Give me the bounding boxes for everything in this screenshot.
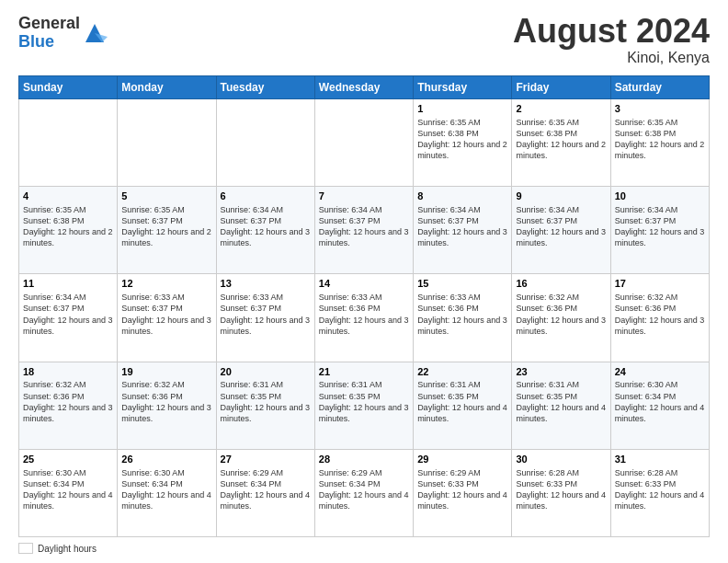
day-number: 22 [417, 365, 507, 379]
month-year: August 2024 [513, 15, 710, 48]
calendar-day: 25Sunrise: 6:30 AMSunset: 6:34 PMDayligh… [19, 449, 118, 536]
day-info: Daylight: 12 hours and 3 minutes. [121, 315, 211, 337]
day-info: Daylight: 12 hours and 2 minutes. [615, 139, 705, 161]
calendar-day [118, 99, 216, 187]
col-wednesday: Wednesday [314, 76, 413, 99]
logo-general: General [18, 15, 80, 33]
col-tuesday: Tuesday [216, 76, 314, 99]
calendar-table: Sunday Monday Tuesday Wednesday Thursday… [18, 75, 710, 537]
calendar-day: 20Sunrise: 6:31 AMSunset: 6:35 PMDayligh… [216, 362, 314, 449]
day-info: Sunrise: 6:34 AM [221, 204, 311, 215]
day-number: 29 [417, 453, 507, 466]
calendar-day [216, 99, 314, 187]
calendar-day: 2Sunrise: 6:35 AMSunset: 6:38 PMDaylight… [512, 99, 610, 187]
day-info: Sunset: 6:33 PM [516, 478, 606, 489]
page: General Blue August 2024 Kinoi, Kenya Su… [0, 0, 728, 563]
day-number: 25 [23, 453, 113, 466]
calendar-day: 4Sunrise: 6:35 AMSunset: 6:38 PMDaylight… [19, 187, 118, 274]
day-info: Sunset: 6:38 PM [417, 128, 507, 139]
calendar-body: 1Sunrise: 6:35 AMSunset: 6:38 PMDaylight… [19, 99, 710, 537]
day-number: 6 [221, 190, 311, 203]
day-info: Daylight: 12 hours and 4 minutes. [319, 489, 409, 511]
calendar-day: 10Sunrise: 6:34 AMSunset: 6:37 PMDayligh… [610, 187, 709, 274]
calendar-week-row: 4Sunrise: 6:35 AMSunset: 6:38 PMDaylight… [19, 187, 710, 274]
day-info: Sunrise: 6:30 AM [615, 379, 705, 390]
calendar-day: 17Sunrise: 6:32 AMSunset: 6:36 PMDayligh… [610, 274, 709, 362]
calendar-day: 11Sunrise: 6:34 AMSunset: 6:37 PMDayligh… [19, 274, 118, 362]
day-info: Daylight: 12 hours and 4 minutes. [615, 402, 705, 424]
col-friday: Friday [512, 76, 610, 99]
day-info: Daylight: 12 hours and 3 minutes. [516, 226, 606, 248]
day-info: Daylight: 12 hours and 3 minutes. [319, 315, 409, 337]
day-info: Sunset: 6:35 PM [516, 391, 606, 402]
day-info: Sunrise: 6:34 AM [417, 204, 507, 215]
calendar-week-row: 18Sunrise: 6:32 AMSunset: 6:36 PMDayligh… [19, 362, 710, 449]
day-info: Sunrise: 6:33 AM [319, 292, 409, 303]
day-number: 27 [221, 453, 311, 466]
day-info: Sunset: 6:34 PM [221, 478, 311, 489]
day-number: 16 [516, 277, 606, 291]
day-info: Sunrise: 6:31 AM [319, 379, 409, 390]
day-info: Sunset: 6:36 PM [417, 303, 507, 314]
day-info: Sunset: 6:34 PM [121, 478, 211, 489]
day-info: Sunset: 6:36 PM [615, 303, 705, 314]
day-info: Daylight: 12 hours and 3 minutes. [615, 226, 705, 248]
day-info: Sunset: 6:34 PM [23, 478, 113, 489]
day-info: Daylight: 12 hours and 4 minutes. [417, 402, 507, 424]
day-info: Sunrise: 6:32 AM [615, 292, 705, 303]
day-info: Daylight: 12 hours and 3 minutes. [23, 402, 113, 424]
day-info: Sunset: 6:35 PM [319, 391, 409, 402]
day-info: Sunrise: 6:28 AM [615, 467, 705, 478]
day-number: 18 [23, 365, 113, 379]
day-info: Sunset: 6:36 PM [23, 391, 113, 402]
col-monday: Monday [118, 76, 216, 99]
day-info: Sunset: 6:36 PM [319, 303, 409, 314]
day-info: Daylight: 12 hours and 3 minutes. [221, 315, 311, 337]
day-info: Sunrise: 6:32 AM [23, 379, 113, 390]
day-info: Sunrise: 6:34 AM [615, 204, 705, 215]
day-info: Sunset: 6:37 PM [615, 215, 705, 226]
calendar-day: 29Sunrise: 6:29 AMSunset: 6:33 PMDayligh… [414, 449, 512, 536]
day-info: Daylight: 12 hours and 4 minutes. [417, 489, 507, 511]
day-info: Sunrise: 6:31 AM [221, 379, 311, 390]
day-number: 13 [221, 277, 311, 291]
day-info: Sunset: 6:37 PM [319, 215, 409, 226]
day-info: Daylight: 12 hours and 2 minutes. [516, 139, 606, 161]
day-info: Daylight: 12 hours and 3 minutes. [319, 402, 409, 424]
calendar-day: 3Sunrise: 6:35 AMSunset: 6:38 PMDaylight… [610, 99, 709, 187]
day-number: 10 [615, 190, 705, 203]
day-number: 19 [121, 365, 211, 379]
day-info: Daylight: 12 hours and 2 minutes. [23, 226, 113, 248]
day-info: Daylight: 12 hours and 3 minutes. [121, 402, 211, 424]
day-info: Sunset: 6:35 PM [417, 391, 507, 402]
calendar-day: 19Sunrise: 6:32 AMSunset: 6:36 PMDayligh… [118, 362, 216, 449]
day-number: 5 [121, 190, 211, 203]
day-number: 17 [615, 277, 705, 291]
day-info: Daylight: 12 hours and 3 minutes. [417, 226, 507, 248]
day-info: Sunrise: 6:29 AM [221, 467, 311, 478]
day-info: Sunrise: 6:34 AM [516, 204, 606, 215]
calendar-day: 24Sunrise: 6:30 AMSunset: 6:34 PMDayligh… [610, 362, 709, 449]
day-info: Daylight: 12 hours and 3 minutes. [221, 226, 311, 248]
daylight-box [18, 543, 33, 554]
day-info: Daylight: 12 hours and 3 minutes. [516, 315, 606, 337]
calendar-day [314, 99, 413, 187]
day-number: 15 [417, 277, 507, 291]
day-info: Daylight: 12 hours and 3 minutes. [319, 226, 409, 248]
day-info: Sunrise: 6:31 AM [516, 379, 606, 390]
day-info: Daylight: 12 hours and 3 minutes. [221, 402, 311, 424]
calendar-day: 9Sunrise: 6:34 AMSunset: 6:37 PMDaylight… [512, 187, 610, 274]
day-info: Daylight: 12 hours and 3 minutes. [23, 315, 113, 337]
day-info: Sunrise: 6:33 AM [221, 292, 311, 303]
daylight-label: Daylight hours [38, 544, 97, 554]
day-number: 8 [417, 190, 507, 203]
day-number: 4 [23, 190, 113, 203]
day-info: Daylight: 12 hours and 3 minutes. [417, 315, 507, 337]
day-info: Sunset: 6:37 PM [221, 215, 311, 226]
day-info: Sunset: 6:37 PM [221, 303, 311, 314]
calendar-day: 18Sunrise: 6:32 AMSunset: 6:36 PMDayligh… [19, 362, 118, 449]
calendar-day: 27Sunrise: 6:29 AMSunset: 6:34 PMDayligh… [216, 449, 314, 536]
day-info: Sunset: 6:34 PM [319, 478, 409, 489]
header: General Blue August 2024 Kinoi, Kenya [18, 15, 710, 66]
day-number: 9 [516, 190, 606, 203]
